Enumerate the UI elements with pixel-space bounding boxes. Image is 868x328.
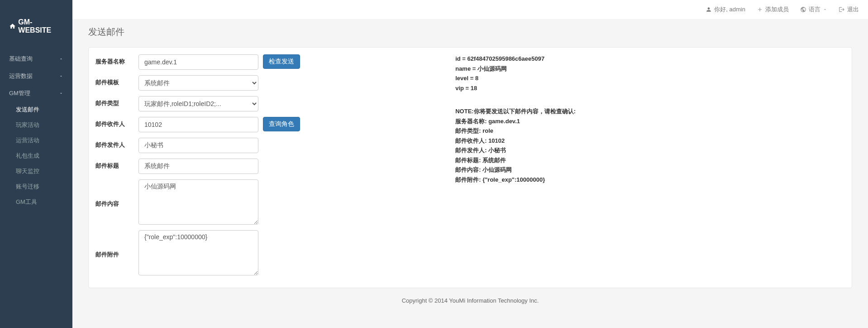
- sidebar-sublabel: 账号迁移: [16, 183, 39, 190]
- topbar-logout-text: 退出: [847, 5, 859, 14]
- note-line: 邮件类型: role: [455, 126, 845, 135]
- form-row-attachment: 邮件附件: [95, 230, 433, 275]
- info-spacer: [455, 93, 845, 107]
- server-label: 服务器名称: [95, 54, 138, 66]
- topbar-add-member-text: 添加成员: [765, 5, 789, 14]
- server-input[interactable]: [138, 54, 258, 70]
- form-row-server: 服务器名称 检查发送: [95, 54, 433, 70]
- caret-down-icon: [823, 7, 827, 12]
- chevron-up-icon: [59, 57, 63, 61]
- content-label: 邮件内容: [95, 179, 138, 208]
- user-icon: [706, 6, 712, 13]
- page-title: 发送邮件: [88, 26, 852, 38]
- form-row-recipient: 邮件收件人 查询角色: [95, 117, 433, 132]
- content-wrap: [138, 179, 433, 225]
- form-row-sender: 邮件发件人: [95, 138, 433, 153]
- role-info-block: id = 62f484702595986c6aee5097 name = 小仙源…: [455, 54, 845, 92]
- sidebar-subitem-account-migrate[interactable]: 账号迁移: [0, 179, 72, 194]
- note-line: 邮件附件: {"role_exp":10000000}: [455, 175, 845, 184]
- type-select[interactable]: 玩家邮件,roleID1;roleID2;...: [138, 96, 258, 111]
- note-line: 邮件标题: 系统邮件: [455, 156, 845, 165]
- topbar-logout[interactable]: 退出: [839, 5, 859, 14]
- form-row-template: 邮件模板 系统邮件: [95, 75, 433, 91]
- sidebar-sublabel: 发送邮件: [16, 106, 39, 113]
- title-label: 邮件标题: [95, 159, 138, 170]
- sidebar-sublabel: GM工具: [16, 198, 37, 205]
- chevron-up-icon: [59, 74, 63, 78]
- note-line: 服务器名称: game.dev.1: [455, 117, 845, 126]
- chevron-down-icon: [59, 91, 63, 96]
- note-line: 邮件收件人: 10102: [455, 136, 845, 145]
- main: 你好, admin 添加成员 语言 退出 发送邮件 服务器名称 检查发送: [72, 0, 868, 328]
- brand[interactable]: GM-WEBSITE: [0, 11, 72, 41]
- sidebar-subitem-gift-generate[interactable]: 礼包生成: [0, 148, 72, 164]
- recipient-label: 邮件收件人: [95, 117, 138, 128]
- sender-label: 邮件发件人: [95, 138, 138, 149]
- globe-icon: [800, 6, 806, 13]
- brand-text: GM-WEBSITE: [18, 18, 63, 34]
- attachment-wrap: [138, 230, 433, 275]
- role-vip: vip = 18: [455, 84, 845, 93]
- topbar-greeting-text: 你好, admin: [714, 5, 745, 14]
- note-block: NOTE:你将要发送以下邮件内容，请检查确认: 服务器名称: game.dev.…: [455, 107, 845, 184]
- topbar: 你好, admin 添加成员 语言 退出: [72, 0, 868, 19]
- role-name: name = 小仙源码网: [455, 64, 845, 73]
- attachment-label: 邮件附件: [95, 230, 138, 259]
- note-header: NOTE:你将要发送以下邮件内容，请检查确认:: [455, 107, 845, 116]
- content-textarea[interactable]: [138, 179, 258, 225]
- title-wrap: [138, 159, 433, 174]
- sidebar-subitem-send-mail[interactable]: 发送邮件: [0, 102, 72, 117]
- form-row-type: 邮件类型 玩家邮件,roleID1;roleID2;...: [95, 96, 433, 111]
- recipient-wrap: 查询角色: [138, 117, 433, 132]
- note-line: 邮件内容: 小仙源码网: [455, 165, 845, 174]
- sidebar-menu: 基础查询 运营数据 GM管理 发送邮件 玩家活动 运营活动 礼包生成 聊天监控 …: [0, 50, 72, 210]
- query-role-button[interactable]: 查询角色: [263, 117, 300, 131]
- role-level: level = 8: [455, 74, 845, 83]
- check-send-button[interactable]: 检查发送: [263, 54, 300, 69]
- sidebar-label: 基础查询: [9, 55, 33, 63]
- sidebar-item-basic-query[interactable]: 基础查询: [0, 50, 72, 68]
- template-select[interactable]: 系统邮件: [138, 75, 258, 91]
- sidebar-sublabel: 聊天监控: [16, 168, 39, 174]
- template-wrap: 系统邮件: [138, 75, 433, 91]
- sender-input[interactable]: [138, 138, 258, 153]
- note-line: 邮件发件人: 小秘书: [455, 146, 845, 155]
- topbar-language[interactable]: 语言: [800, 5, 827, 14]
- info-column: id = 62f484702595986c6aee5097 name = 小仙源…: [433, 54, 845, 281]
- sidebar-label: GM管理: [9, 89, 30, 97]
- sidebar-sublabel: 运营活动: [16, 137, 39, 144]
- sidebar-subitem-gm-tool[interactable]: GM工具: [0, 194, 72, 210]
- sidebar-item-operation-data[interactable]: 运营数据: [0, 68, 72, 85]
- sidebar: GM-WEBSITE 基础查询 运营数据 GM管理 发送邮件 玩家活动 运营活动…: [0, 0, 72, 328]
- sidebar-sublabel: 玩家活动: [16, 121, 39, 128]
- type-wrap: 玩家邮件,roleID1;roleID2;...: [138, 96, 433, 111]
- sidebar-label: 运营数据: [9, 72, 33, 80]
- sidebar-sublabel: 礼包生成: [16, 152, 39, 159]
- role-id: id = 62f484702595986c6aee5097: [455, 54, 845, 63]
- sidebar-item-gm-manage[interactable]: GM管理: [0, 85, 72, 102]
- server-wrap: 检查发送: [138, 54, 433, 70]
- content: 发送邮件 服务器名称 检查发送 邮件模板 系统邮件: [72, 19, 868, 320]
- sender-wrap: [138, 138, 433, 153]
- template-label: 邮件模板: [95, 75, 138, 87]
- topbar-greeting[interactable]: 你好, admin: [706, 5, 745, 14]
- footer: Copyright © 2014 YouMi Information Techn…: [88, 288, 852, 313]
- logout-icon: [839, 6, 845, 13]
- home-icon: [9, 23, 16, 30]
- sidebar-subitem-player-activity[interactable]: 玩家活动: [0, 117, 72, 133]
- topbar-language-text: 语言: [809, 5, 820, 14]
- panel: 服务器名称 检查发送 邮件模板 系统邮件 邮件类型: [88, 47, 852, 288]
- form-row-title: 邮件标题: [95, 159, 433, 174]
- sidebar-subitem-operation-activity[interactable]: 运营活动: [0, 133, 72, 148]
- recipient-input[interactable]: [138, 117, 258, 132]
- title-input[interactable]: [138, 159, 258, 174]
- attachment-textarea[interactable]: [138, 230, 258, 275]
- form-row-content: 邮件内容: [95, 179, 433, 225]
- topbar-add-member[interactable]: 添加成员: [757, 5, 789, 14]
- sidebar-subitem-chat-monitor[interactable]: 聊天监控: [0, 164, 72, 179]
- plus-icon: [757, 6, 763, 13]
- type-label: 邮件类型: [95, 96, 138, 107]
- form-column: 服务器名称 检查发送 邮件模板 系统邮件 邮件类型: [95, 54, 433, 281]
